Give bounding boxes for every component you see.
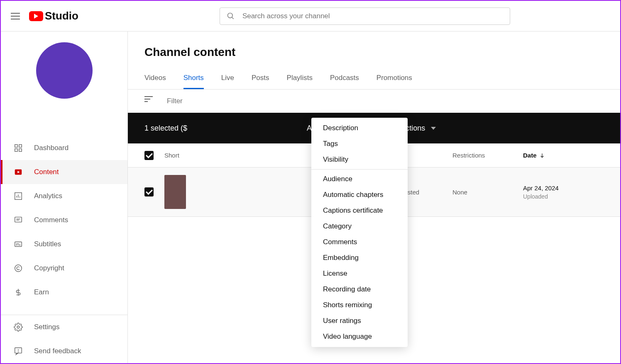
column-date[interactable]: Date xyxy=(523,152,604,159)
play-icon xyxy=(29,11,43,21)
edit-dropdown[interactable]: Description Tags Visibility Audience Aut… xyxy=(311,118,408,347)
logo-text: Studio xyxy=(45,10,78,22)
sidebar-item-label: Analytics xyxy=(34,192,62,200)
feedback-icon xyxy=(13,346,23,356)
edit-option-video-language[interactable]: Video language xyxy=(311,329,408,345)
tab-shorts[interactable]: Shorts xyxy=(183,70,204,89)
search-icon xyxy=(227,12,235,20)
sidebar-item-settings[interactable]: Settings xyxy=(1,315,127,339)
sidebar-item-label: Dashboard xyxy=(34,144,68,152)
sidebar-item-content[interactable]: Content xyxy=(1,160,127,184)
edit-option-embedding[interactable]: Embedding xyxy=(311,250,408,266)
svg-rect-15 xyxy=(15,242,22,247)
restrictions-cell: None xyxy=(452,189,523,196)
sidebar-item-dashboard[interactable]: Dashboard xyxy=(1,136,127,160)
filter-row xyxy=(128,90,620,113)
tab-promotions[interactable]: Promotions xyxy=(377,70,412,89)
sidebar-item-earn[interactable]: Earn xyxy=(1,280,127,304)
search-box[interactable] xyxy=(220,7,510,25)
page-title: Channel content xyxy=(128,32,620,70)
dashboard-icon xyxy=(13,143,23,153)
sidebar-item-label: Earn xyxy=(34,288,49,296)
tab-posts[interactable]: Posts xyxy=(252,70,269,89)
chevron-down-icon xyxy=(431,127,436,130)
edit-option-user-ratings[interactable]: User ratings xyxy=(311,313,408,329)
edit-option-description[interactable]: Description xyxy=(311,120,408,136)
row-checkbox[interactable] xyxy=(144,187,154,197)
sidebar-item-comments[interactable]: Comments xyxy=(1,208,127,232)
tab-live[interactable]: Live xyxy=(221,70,234,89)
edit-option-recording-date[interactable]: Recording date xyxy=(311,281,408,297)
copyright-icon xyxy=(13,263,23,273)
sidebar-footer: Settings Send feedback xyxy=(1,315,127,363)
svg-point-23 xyxy=(18,352,19,352)
studio-logo[interactable]: Studio xyxy=(29,10,78,22)
subtitles-icon xyxy=(13,239,23,249)
sidebar-item-feedback[interactable]: Send feedback xyxy=(1,339,127,363)
svg-rect-2 xyxy=(15,145,17,147)
filter-input[interactable] xyxy=(167,97,255,105)
svg-rect-3 xyxy=(19,145,22,147)
svg-line-1 xyxy=(232,17,233,19)
menu-icon[interactable] xyxy=(11,11,21,21)
edit-option-category[interactable]: Category xyxy=(311,218,408,234)
sidebar-item-analytics[interactable]: Analytics xyxy=(1,184,127,208)
svg-rect-4 xyxy=(15,149,17,151)
header: Studio xyxy=(1,1,620,32)
short-thumbnail[interactable] xyxy=(164,175,186,209)
svg-point-0 xyxy=(227,13,232,18)
sidebar-item-label: Comments xyxy=(34,216,68,224)
sidebar-item-label: Subtitles xyxy=(34,240,61,248)
sidebar-item-label: Content xyxy=(34,168,59,176)
analytics-icon xyxy=(13,191,23,201)
sidebar-item-subtitles[interactable]: Subtitles xyxy=(1,232,127,256)
sidebar-item-label: Settings xyxy=(34,323,59,331)
svg-point-19 xyxy=(15,265,22,272)
edit-option-tags[interactable]: Tags xyxy=(311,136,408,152)
date-cell: Apr 24, 2024 Uploaded xyxy=(523,184,604,200)
tab-playlists[interactable]: Playlists xyxy=(287,70,313,89)
selected-count: 1 selected ($ xyxy=(144,124,187,133)
sidebar-item-copyright[interactable]: Copyright xyxy=(1,256,127,280)
edit-option-shorts-remixing[interactable]: Shorts remixing xyxy=(311,297,408,313)
filter-icon[interactable] xyxy=(144,96,154,106)
content-icon xyxy=(13,167,23,177)
sidebar-item-label: Send feedback xyxy=(34,347,81,355)
edit-option-captions-certificate[interactable]: Captions certificate xyxy=(311,203,408,218)
edit-option-visibility[interactable]: Visibility xyxy=(311,152,408,167)
sidebar-item-label: Copyright xyxy=(34,264,64,272)
svg-rect-5 xyxy=(19,149,22,151)
svg-rect-12 xyxy=(15,217,22,222)
comments-icon xyxy=(13,215,23,225)
settings-icon xyxy=(13,322,23,332)
edit-option-comments[interactable]: Comments xyxy=(311,234,408,250)
column-restrictions[interactable]: Restrictions xyxy=(452,152,523,159)
edit-option-audience[interactable]: Audience xyxy=(311,171,408,187)
tabs: Videos Shorts Live Posts Playlists Podca… xyxy=(128,70,620,90)
svg-point-20 xyxy=(17,326,20,328)
tab-podcasts[interactable]: Podcasts xyxy=(330,70,359,89)
sidebar-nav: Dashboard Content Analytics Comments xyxy=(1,136,127,315)
edit-option-automatic-chapters[interactable]: Automatic chapters xyxy=(311,187,408,203)
channel-avatar[interactable] xyxy=(36,42,93,99)
tab-videos[interactable]: Videos xyxy=(144,70,166,89)
sidebar: Dashboard Content Analytics Comments xyxy=(1,32,128,363)
select-all-checkbox[interactable] xyxy=(144,151,154,160)
earn-icon xyxy=(13,287,23,297)
arrow-down-icon xyxy=(539,153,545,158)
search-input[interactable] xyxy=(242,12,503,20)
edit-option-license[interactable]: License xyxy=(311,266,408,281)
main: Channel content Videos Shorts Live Posts… xyxy=(128,32,620,363)
